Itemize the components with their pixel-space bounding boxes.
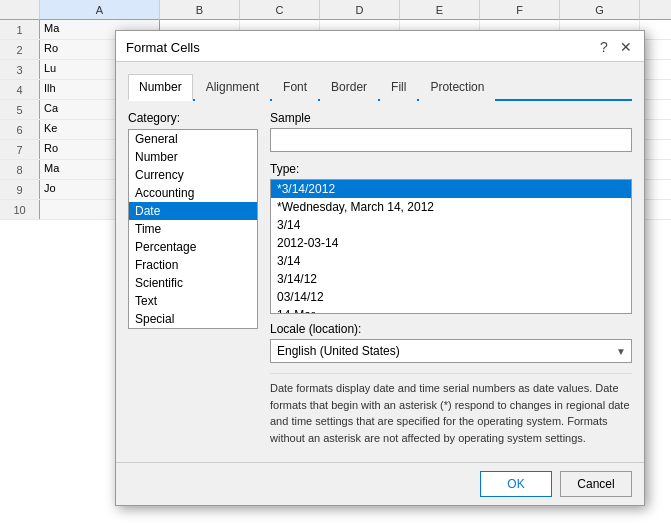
list-item[interactable]: Scientific [129, 274, 257, 292]
type-item[interactable]: 03/14/12 [271, 288, 631, 306]
dialog-overlay: Format Cells ? ✕ Number Alignment Font B… [0, 0, 671, 525]
dialog-content: Number Alignment Font Border Fill Protec… [116, 62, 644, 462]
list-item-date[interactable]: Date [129, 202, 257, 220]
type-item[interactable]: *Wednesday, March 14, 2012 [271, 198, 631, 216]
type-item[interactable]: 3/14 [271, 252, 631, 270]
list-item[interactable]: Fraction [129, 256, 257, 274]
list-item[interactable]: General [129, 130, 257, 148]
dialog-titlebar: Format Cells ? ✕ [116, 31, 644, 62]
type-section: Type: *3/14/2012 *Wednesday, March 14, 2… [270, 162, 632, 314]
type-item[interactable]: 2012-03-14 [271, 234, 631, 252]
sample-section: Sample [270, 111, 632, 152]
type-list[interactable]: *3/14/2012 *Wednesday, March 14, 2012 3/… [270, 179, 632, 314]
list-item[interactable]: Time [129, 220, 257, 238]
category-list[interactable]: General Number Currency Accounting Date … [128, 129, 258, 329]
dialog-body: Category: General Number Currency Accoun… [128, 111, 632, 452]
type-item[interactable]: 3/14/12 [271, 270, 631, 288]
category-label: Category: [128, 111, 258, 125]
list-item[interactable]: Number [129, 148, 257, 166]
ok-button[interactable]: OK [480, 471, 552, 497]
list-item[interactable]: Accounting [129, 184, 257, 202]
close-button[interactable]: ✕ [618, 39, 634, 55]
locale-label: Locale (location): [270, 322, 632, 336]
list-item[interactable]: Custom [129, 328, 257, 329]
list-item[interactable]: Percentage [129, 238, 257, 256]
type-item-selected[interactable]: *3/14/2012 [271, 180, 631, 198]
list-item[interactable]: Currency [129, 166, 257, 184]
tab-bar: Number Alignment Font Border Fill Protec… [128, 72, 632, 101]
dialog-title: Format Cells [126, 40, 200, 55]
tab-alignment[interactable]: Alignment [195, 74, 270, 101]
locale-select-wrapper: English (United States) English (United … [270, 339, 632, 363]
description-text: Date formats display date and time seria… [270, 373, 632, 452]
cancel-button[interactable]: Cancel [560, 471, 632, 497]
type-item[interactable]: 14-Mar [271, 306, 631, 314]
dialog-controls: ? ✕ [596, 39, 634, 55]
tab-fill[interactable]: Fill [380, 74, 417, 101]
list-item[interactable]: Special [129, 310, 257, 328]
help-button[interactable]: ? [596, 39, 612, 55]
tab-border[interactable]: Border [320, 74, 378, 101]
locale-select[interactable]: English (United States) English (United … [270, 339, 632, 363]
category-section: Category: General Number Currency Accoun… [128, 111, 258, 452]
tab-protection[interactable]: Protection [419, 74, 495, 101]
right-panel: Sample Type: *3/14/2012 *Wednesday, Marc… [270, 111, 632, 452]
type-label: Type: [270, 162, 632, 176]
sample-box [270, 128, 632, 152]
tab-number[interactable]: Number [128, 74, 193, 101]
type-item[interactable]: 3/14 [271, 216, 631, 234]
tab-font[interactable]: Font [272, 74, 318, 101]
dialog-footer: OK Cancel [116, 462, 644, 505]
sample-label: Sample [270, 111, 632, 125]
locale-section: Locale (location): English (United State… [270, 322, 632, 363]
format-cells-dialog: Format Cells ? ✕ Number Alignment Font B… [115, 30, 645, 506]
list-item[interactable]: Text [129, 292, 257, 310]
